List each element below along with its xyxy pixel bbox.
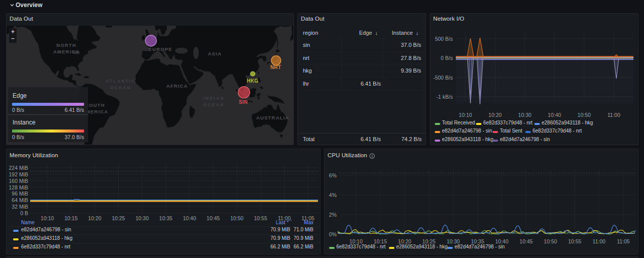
svg-text:160 MiB: 160 MiB — [9, 178, 28, 184]
svg-text:128 MiB: 128 MiB — [9, 184, 28, 190]
svg-text:11:00: 11:00 — [607, 112, 620, 118]
svg-text:10:25: 10:25 — [112, 215, 125, 221]
svg-text:10:50: 10:50 — [578, 112, 591, 118]
svg-text:0 B/s: 0 B/s — [441, 55, 453, 61]
svg-text:-500 B/s: -500 B/s — [433, 75, 453, 81]
svg-text:ATLANTIC: ATLANTIC — [106, 79, 135, 84]
svg-text:10:10: 10:10 — [459, 112, 472, 118]
svg-text:SOUTH: SOUTH — [85, 102, 105, 108]
svg-text:10:20: 10:20 — [489, 112, 502, 118]
svg-text:10:10: 10:10 — [41, 215, 54, 221]
svg-text:0 B: 0 B — [20, 210, 28, 216]
svg-text:500 B/s: 500 B/s — [435, 36, 453, 42]
svg-text:OCEAN: OCEAN — [203, 102, 224, 107]
svg-text:64 MiB: 64 MiB — [12, 197, 28, 203]
svg-text:NORTH: NORTH — [56, 42, 76, 48]
svg-text:10:45: 10:45 — [520, 238, 533, 244]
svg-text:96 MiB: 96 MiB — [12, 190, 28, 197]
svg-text:192 MiB: 192 MiB — [9, 171, 28, 177]
svg-text:NRT: NRT — [270, 64, 281, 70]
svg-text:4%: 4% — [329, 192, 337, 198]
svg-text:SIN: SIN — [239, 99, 248, 105]
svg-text:2%: 2% — [329, 212, 337, 218]
svg-text:10:50: 10:50 — [544, 238, 557, 244]
svg-text:10:50: 10:50 — [230, 215, 244, 221]
svg-text:10:20: 10:20 — [88, 215, 101, 221]
svg-text:ASIA: ASIA — [208, 51, 222, 56]
svg-text:AUSTRALIA: AUSTRALIA — [256, 115, 289, 120]
svg-text:10:55: 10:55 — [568, 238, 581, 244]
svg-text:10:45: 10:45 — [207, 215, 220, 221]
svg-text:-1 kB/s: -1 kB/s — [436, 94, 453, 100]
svg-text:10:40: 10:40 — [548, 112, 561, 118]
svg-text:INDIAN: INDIAN — [203, 96, 224, 101]
svg-text:10:40: 10:40 — [183, 215, 196, 221]
svg-text:AFRICA: AFRICA — [166, 83, 188, 89]
svg-text:0%: 0% — [329, 231, 337, 237]
svg-text:10:30: 10:30 — [518, 112, 531, 118]
svg-text:11:05: 11:05 — [617, 238, 630, 244]
svg-text:6%: 6% — [329, 172, 337, 178]
svg-text:224 MiB: 224 MiB — [9, 165, 28, 171]
svg-text:32 MiB: 32 MiB — [12, 204, 28, 210]
svg-text:11:00: 11:00 — [593, 238, 606, 244]
svg-text:10:30: 10:30 — [135, 215, 148, 221]
svg-text:10:15: 10:15 — [64, 215, 77, 221]
svg-text:EUROPE: EUROPE — [148, 46, 172, 52]
svg-text:AMERICA: AMERICA — [53, 49, 80, 54]
svg-text:OCEAN: OCEAN — [110, 85, 131, 90]
svg-text:10:35: 10:35 — [159, 215, 172, 221]
svg-text:HKG: HKG — [247, 78, 258, 84]
